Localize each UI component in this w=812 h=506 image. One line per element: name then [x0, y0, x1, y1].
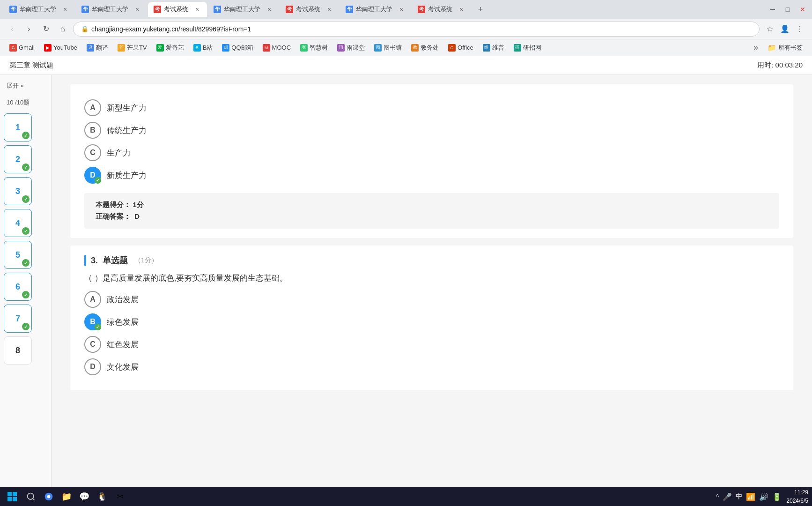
tray-volume[interactable]: 🔊	[759, 492, 768, 501]
tab-7[interactable]: 考 考试系统 ×	[412, 2, 471, 17]
bookmarks-bar: G Gmail ▶ YouTube 译 翻译 芒 芒果TV 爱 爱奇艺 B B站…	[0, 39, 812, 56]
bookmark-weipu-label: 维普	[492, 44, 504, 52]
question-nav-6[interactable]: 6 ✓	[4, 273, 32, 301]
tray-battery[interactable]: 🔋	[772, 492, 782, 501]
bookmark-bilibili-label: B站	[203, 44, 213, 52]
forward-button[interactable]: ›	[22, 22, 36, 36]
url-text: changjiang-exam.yuketang.cn/result/82996…	[91, 25, 251, 33]
url-bar[interactable]: 🔒 changjiang-exam.yuketang.cn/result/829…	[73, 22, 760, 37]
bookmark-yuketang[interactable]: 雨 雨课堂	[333, 42, 369, 54]
option-text-q3-a: 政治发展	[107, 294, 139, 305]
tray-mic[interactable]: 🎤	[723, 492, 732, 501]
tab-1-close[interactable]: ×	[61, 5, 69, 14]
tab-2[interactable]: 华 华南理工大学 ×	[76, 2, 147, 17]
question-nav-2[interactable]: 2 ✓	[4, 145, 32, 173]
taskbar-snip[interactable]: ✂	[112, 489, 127, 504]
question-nav-8[interactable]: 8	[4, 336, 32, 365]
address-actions: ☆ 👤 ⋮	[763, 22, 806, 36]
option-circle-q3-c: C	[84, 336, 101, 353]
bookmark-jwc-label: 教务处	[421, 44, 439, 52]
bookmark-yanzhao[interactable]: 研 研招网	[510, 42, 545, 54]
tab-4[interactable]: 华 华南理工大学 ×	[208, 2, 279, 17]
tab-6-close[interactable]: ×	[397, 5, 406, 14]
q3-type: 单选题	[103, 255, 128, 266]
tab-6[interactable]: 华 华南理工大学 ×	[340, 2, 411, 17]
q-check-6: ✓	[22, 291, 30, 298]
option-letter-q2-d: D	[90, 171, 96, 179]
bookmark-youtube[interactable]: ▶ YouTube	[40, 42, 81, 53]
bookmark-iqiyi[interactable]: 爱 爱奇艺	[153, 42, 188, 54]
taskbar-qq[interactable]: 🐧	[95, 489, 110, 504]
option-row-q3-c: C 红色发展	[84, 336, 779, 353]
question-nav-4[interactable]: 4 ✓	[4, 209, 32, 237]
q-nav-6-label: 6	[15, 282, 20, 292]
option-letter-q2-b: B	[90, 126, 96, 134]
start-button[interactable]	[4, 488, 21, 505]
question-nav-1[interactable]: 1 ✓	[4, 113, 32, 141]
profile-button[interactable]: 👤	[778, 22, 791, 36]
back-button[interactable]: ‹	[6, 22, 19, 36]
tab-4-close[interactable]: ×	[265, 5, 273, 14]
bookmark-mangguo[interactable]: 芒 芒果TV	[114, 42, 151, 54]
bookmark-zhihui[interactable]: 智 智慧树	[296, 42, 332, 54]
bookmark-jwc[interactable]: 教 教务处	[407, 42, 443, 54]
bookmark-library-label: 图书馆	[384, 44, 402, 52]
option-letter-q2-a: A	[90, 104, 96, 112]
bookmark-fanyi[interactable]: 译 翻译	[83, 42, 112, 54]
bookmark-youtube-label: YouTube	[53, 44, 77, 51]
maximize-button[interactable]: □	[782, 4, 793, 15]
tab-3-close[interactable]: ×	[193, 5, 201, 14]
bookmark-bilibili[interactable]: B B站	[190, 42, 217, 54]
bookmark-weipu[interactable]: 维 维普	[479, 42, 508, 54]
tab-3[interactable]: 考 考试系统 ×	[148, 2, 207, 17]
tab-6-title: 华南理工大学	[356, 5, 392, 14]
bookmark-iqiyi-label: 爱奇艺	[166, 44, 184, 52]
option-circle-q3-b: B ✓	[84, 313, 101, 330]
bookmark-gmail-label: Gmail	[19, 44, 35, 51]
bookmarks-more-button[interactable]: »	[750, 41, 762, 54]
clock-date: 2024/6/5	[786, 497, 808, 505]
reload-button[interactable]: ↻	[39, 22, 52, 36]
question-nav-3[interactable]: 3 ✓	[4, 177, 32, 205]
tab-7-close[interactable]: ×	[457, 5, 465, 14]
taskbar: 📁 💬 🐧 ✂ ^ 🎤 中 📶 🔊 🔋 11:29 2024/6/5	[0, 487, 812, 506]
taskbar-wechat[interactable]: 💬	[77, 489, 92, 504]
option-text-q3-c: 红色发展	[107, 339, 139, 350]
option-letter-q3-b: B	[90, 318, 96, 326]
bookmark-library[interactable]: 图 图书馆	[370, 42, 406, 54]
tray-arrow[interactable]: ^	[716, 493, 719, 500]
bookmarks-folder[interactable]: 📁 所有书签	[764, 42, 806, 54]
question-nav-7[interactable]: 7 ✓	[4, 305, 32, 333]
bookmark-yanzhao-label: 研招网	[523, 44, 541, 52]
menu-button[interactable]: ⋮	[793, 22, 806, 36]
svg-rect-1	[13, 492, 17, 496]
svg-point-7	[47, 495, 51, 499]
question-nav-5[interactable]: 5 ✓	[4, 241, 32, 269]
tab-1[interactable]: 华 华南理工大学 ×	[4, 2, 75, 17]
star-button[interactable]: ☆	[763, 22, 776, 36]
taskbar-explorer[interactable]: 📁	[59, 489, 74, 504]
bookmark-qq[interactable]: 邮 QQ邮箱	[218, 42, 257, 54]
tray-wifi[interactable]: 📶	[746, 492, 755, 501]
sidebar-toggle[interactable]: 展开 »	[4, 80, 47, 92]
tab-5[interactable]: 考 考试系统 ×	[280, 2, 339, 17]
option-circle-q2-d: D ✓	[84, 167, 101, 184]
clock[interactable]: 11:29 2024/6/5	[786, 488, 808, 505]
bookmark-office[interactable]: O Office	[444, 42, 477, 53]
tab-5-close[interactable]: ×	[325, 5, 333, 14]
taskbar-search[interactable]	[23, 489, 38, 504]
option-circle-q2-a: A	[84, 99, 101, 116]
option-circle-q3-d: D	[84, 358, 101, 375]
question-sidebar: 展开 » 10 /10题 1 ✓ 2 ✓ 3 ✓ 4 ✓	[0, 75, 52, 487]
minimize-button[interactable]: ─	[767, 4, 778, 15]
tray-lang[interactable]: 中	[736, 492, 742, 501]
option-row-q2-b: B 传统生产力	[84, 122, 779, 139]
tab-2-close[interactable]: ×	[133, 5, 141, 14]
bookmark-mooc[interactable]: M MOOC	[259, 42, 295, 53]
new-tab-button[interactable]: +	[474, 3, 487, 16]
close-button[interactable]: ✕	[797, 4, 808, 15]
bookmark-gmail[interactable]: G Gmail	[6, 42, 38, 53]
home-button[interactable]: ⌂	[56, 22, 69, 36]
taskbar-chrome[interactable]	[41, 489, 56, 504]
option-text-q2-a: 新型生产力	[107, 103, 147, 113]
